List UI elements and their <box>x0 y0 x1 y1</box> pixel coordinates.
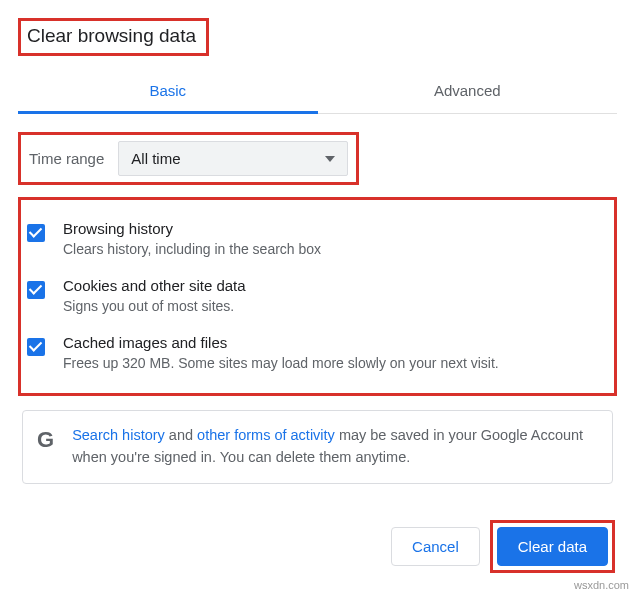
option-description: Clears history, including in the search … <box>63 241 321 257</box>
info-text: Search history and other forms of activi… <box>72 425 598 469</box>
option-description: Frees up 320 MB. Some sites may load mor… <box>63 355 499 371</box>
option-label: Cached images and files <box>63 334 499 351</box>
google-account-info: G Search history and other forms of acti… <box>22 410 613 484</box>
other-activity-link[interactable]: other forms of activity <box>197 427 335 443</box>
dropdown-caret-icon <box>325 156 335 162</box>
time-range-label: Time range <box>29 150 104 167</box>
option-row: Browsing history Clears history, includi… <box>25 210 606 267</box>
time-range-highlight: Time range All time <box>18 132 359 185</box>
option-row: Cookies and other site data Signs you ou… <box>25 267 606 324</box>
tab-bar: Basic Advanced <box>18 70 617 114</box>
option-description: Signs you out of most sites. <box>63 298 246 314</box>
tab-basic[interactable]: Basic <box>18 70 318 114</box>
option-row: Cached images and files Frees up 320 MB.… <box>25 324 606 381</box>
cancel-button-label: Cancel <box>412 538 459 555</box>
google-icon: G <box>37 427 54 453</box>
dialog-title: Clear browsing data <box>27 25 196 47</box>
option-text: Cookies and other site data Signs you ou… <box>63 277 246 314</box>
options-highlight: Browsing history Clears history, includi… <box>18 197 617 396</box>
tab-advanced-label: Advanced <box>434 82 501 99</box>
info-mid1: and <box>165 427 197 443</box>
option-label: Browsing history <box>63 220 321 237</box>
option-text: Browsing history Clears history, includi… <box>63 220 321 257</box>
clear-data-highlight: Clear data <box>490 520 615 573</box>
watermark: wsxdn.com <box>574 579 629 591</box>
time-range-value: All time <box>131 150 180 167</box>
clear-data-button[interactable]: Clear data <box>497 527 608 566</box>
dialog-title-highlight: Clear browsing data <box>18 18 209 56</box>
search-history-link[interactable]: Search history <box>72 427 165 443</box>
dialog-footer: Cancel Clear data <box>391 520 615 573</box>
clear-data-button-label: Clear data <box>518 538 587 555</box>
option-text: Cached images and files Frees up 320 MB.… <box>63 334 499 371</box>
option-label: Cookies and other site data <box>63 277 246 294</box>
clear-browsing-data-dialog: Clear browsing data Basic Advanced Time … <box>0 0 635 484</box>
cancel-button[interactable]: Cancel <box>391 527 480 566</box>
time-range-select[interactable]: All time <box>118 141 348 176</box>
tab-basic-label: Basic <box>149 82 186 99</box>
checkbox-cached[interactable] <box>27 338 45 356</box>
checkbox-cookies[interactable] <box>27 281 45 299</box>
checkbox-browsing-history[interactable] <box>27 224 45 242</box>
tab-advanced[interactable]: Advanced <box>318 70 618 114</box>
